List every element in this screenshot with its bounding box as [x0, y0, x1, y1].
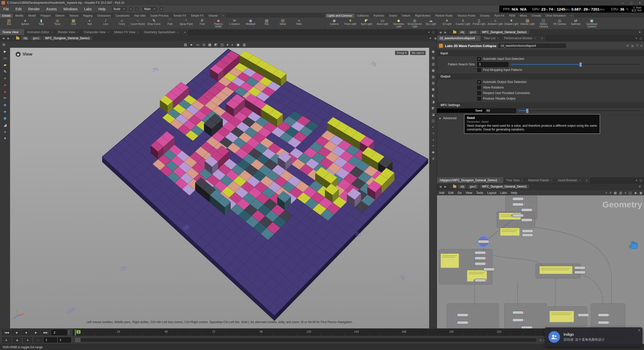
display-toggle-icon-17[interactable]: ◉ [432, 150, 434, 154]
network-graph[interactable]: Geometry [437, 195, 644, 344]
viewport-tool-icon-10[interactable]: ▣ [236, 43, 239, 47]
display-toggle-icon-18[interactable]: ◎ [432, 157, 434, 160]
scene-tab-6[interactable]: Geometry Spreadsheet× [141, 29, 181, 35]
side-tool-icon-7[interactable]: ▲ [3, 89, 7, 94]
up-icon[interactable]: ↑ [449, 31, 452, 34]
shelf-tool-helix[interactable]: ≈Helix [291, 19, 307, 28]
side-tool-icon-13[interactable]: ● [4, 129, 6, 134]
network-tab-3[interactable]: Material Palette× [526, 177, 555, 183]
minimize-button[interactable]: — [618, 1, 627, 5]
params-new-tab-button[interactable]: + [538, 35, 546, 41]
pane-menu-icon[interactable]: ▾ [636, 179, 637, 182]
scene-tab-3[interactable]: Render View× [55, 29, 81, 35]
close-icon[interactable]: × [177, 31, 178, 34]
pin-icon[interactable]: ◉ [434, 37, 437, 40]
network-menu-go[interactable]: Go [458, 191, 462, 195]
hand-mode-icon[interactable]: ◈ [13, 337, 22, 343]
desktop-remove-button[interactable]: − [134, 7, 139, 12]
no-cam-menu[interactable]: No cam ▾ [410, 51, 426, 55]
param-value-field[interactable]: 3 [477, 62, 508, 67]
close-icon[interactable]: × [477, 37, 478, 40]
param-group-output[interactable]: Output [437, 74, 644, 79]
network-node[interactable] [598, 321, 609, 324]
path-crumb-obj[interactable]: obj [458, 185, 466, 189]
menu-edit[interactable]: Edit [12, 6, 25, 13]
network-node[interactable] [512, 203, 524, 206]
shelf-tool-circle[interactable]: ○Circle [114, 19, 130, 28]
main-desktop-selector[interactable]: Main▼ [142, 6, 158, 12]
network-toolbar-icon-8[interactable]: ▣ [639, 191, 642, 195]
params-tab-3[interactable]: Performance Monitor× [502, 35, 538, 41]
network-node[interactable] [478, 240, 489, 243]
shelf-tab-deform[interactable]: Deform [53, 14, 67, 18]
shelf-tab-wires[interactable]: Wires [517, 14, 529, 18]
checkbox-automatic-output-size-detection[interactable]: ✓ [477, 80, 481, 84]
shelf-tool-sky-light[interactable]: ☁Sky Light [423, 19, 439, 28]
viewport-tool-icon-11[interactable]: ▥ [243, 43, 246, 47]
shelf-tool-point-light[interactable]: ☀Point Light [342, 19, 358, 28]
param-slider[interactable] [518, 109, 642, 112]
viewport-tool-icon-3[interactable]: ▭ [196, 43, 199, 47]
stop-button[interactable]: ■ [22, 330, 31, 335]
forward-icon[interactable]: ▶ [444, 31, 447, 34]
shelf-tab-lights-and-cameras[interactable]: Lights and Cameras [325, 14, 355, 18]
network-node[interactable] [457, 314, 468, 317]
network-node[interactable] [512, 311, 524, 314]
network-menu-help[interactable]: Help [511, 191, 517, 195]
shelf-tool-spot-light[interactable]: ◤Spot Light [358, 19, 375, 28]
forward-icon[interactable]: ▶ [444, 185, 447, 188]
network-toolbar-icon-2[interactable]: # [610, 191, 611, 195]
shelf-tool-gamepad-camera[interactable]: ▣Gamepad Camera [584, 19, 600, 28]
shelf-tab-constraints[interactable]: Constraints [113, 14, 132, 18]
recook-icon[interactable]: ↺ [626, 44, 629, 48]
shelf-tab-volume[interactable]: Volume [206, 14, 220, 18]
eye-icon[interactable]: ◉ [16, 52, 21, 57]
shelf-tab-vellum[interactable]: Vellum [400, 14, 413, 18]
shelf-tool-draw-curve[interactable]: ✎Draw Curve [146, 19, 162, 28]
scene-tab-1[interactable]: Scene View× [0, 29, 25, 35]
network-node[interactable] [457, 321, 468, 324]
display-toggle-icon-8[interactable]: ◧ [432, 94, 434, 97]
loop-icon[interactable]: ↔ [34, 337, 43, 343]
side-tool-icon-1[interactable]: ► [3, 49, 7, 54]
shelf-tool-distant-light[interactable]: ☀Distant Light [503, 19, 519, 28]
scene-tab-2[interactable]: Animation Editor× [25, 29, 55, 35]
shelf-tab-hair-utils[interactable]: Hair Utils [132, 14, 148, 18]
network-tab-4[interactable]: Asset Browser× [555, 177, 583, 183]
layout-grid-icon[interactable]: ⊞ [3, 43, 5, 47]
checkbox-produce-tileable-output[interactable] [477, 97, 481, 101]
shelf-tab-particles[interactable]: Particles [371, 14, 387, 18]
side-tool-icon-9[interactable]: ◆ [4, 103, 7, 107]
close-icon[interactable]: × [579, 179, 581, 182]
side-tool-icon-11[interactable]: ◉ [3, 116, 7, 120]
menu-file[interactable]: File [0, 6, 12, 13]
pane-menu-icon[interactable]: ▾ [428, 31, 430, 34]
shelf-tab-create[interactable]: Create [0, 14, 13, 18]
display-toggle-icon-5[interactable]: ▧ [432, 75, 434, 78]
shelf-tab-terrain-fx[interactable]: Terrain FX [171, 14, 189, 18]
shelf-tool-metaball[interactable]: ◉Metaball [243, 19, 259, 28]
playback-range-slider[interactable] [74, 338, 536, 341]
network-tab-1[interactable]: /obj/geo1/WFC_Dungeon_General_Demo1× [437, 177, 504, 183]
current-frame-marker[interactable] [75, 329, 76, 335]
side-tool-icon-5[interactable]: ▪ [4, 76, 6, 80]
network-node[interactable] [521, 218, 532, 222]
menu-help[interactable]: Help [95, 6, 109, 13]
shelf-tool-geometry-light[interactable]: ◆Geometry Light [391, 19, 407, 28]
close-icon[interactable]: × [137, 31, 139, 34]
persp-camera-menu[interactable]: Persp ▾ [395, 51, 408, 55]
path-crumb-WFC_Dungeon_General_Demo1[interactable]: WFC_Dungeon_General_Demo1 [480, 185, 529, 189]
viewport-tool-icon-8[interactable]: ● [227, 43, 229, 47]
viewport-tool-icon-1[interactable]: ▤ [184, 43, 187, 47]
shelf-tool-gi-light[interactable]: ☀GI Light [439, 19, 455, 28]
range-start-field[interactable]: 1 [44, 337, 57, 342]
shelf-tool-caustic-light[interactable]: ◊Caustic Light [455, 19, 471, 28]
checkbox-automatic-input-size-detection[interactable]: ✓ [477, 57, 481, 61]
close-icon[interactable]: × [20, 31, 22, 34]
shelf-tab-model[interactable]: Model [26, 14, 38, 18]
shelf-tool-line[interactable]: /Line [98, 19, 114, 28]
shelf-tab-fem[interactable]: FEM [507, 14, 517, 18]
go-start-button[interactable]: |◀◀ [2, 330, 11, 335]
display-toggle-icon-13[interactable]: ◐ [432, 125, 434, 129]
param-slider[interactable] [511, 63, 642, 66]
